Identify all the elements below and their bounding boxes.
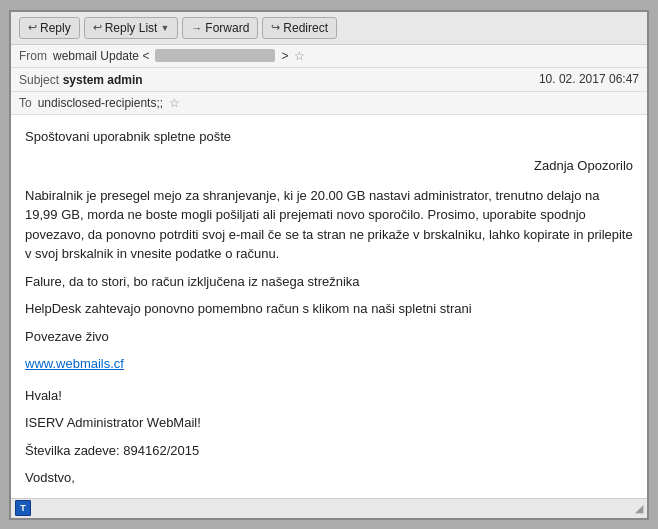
to-label: To <box>19 96 32 110</box>
subject-container: Subject system admin <box>19 72 143 87</box>
reply-icon: ↩ <box>28 21 37 34</box>
from-name: webmail Update < <box>53 49 149 63</box>
greeting: Spoštovani uporabnik spletne pošte <box>25 127 633 147</box>
body-paragraph1: Nabiralnik je presegel mejo za shranjeva… <box>25 186 633 264</box>
sig-line2: ISERV Administrator WebMail! <box>25 413 633 433</box>
from-row: From webmail Update < > ☆ <box>11 45 647 68</box>
toolbar: ↩ Reply ↩ Reply List ▼ → Forward ↪ Redir… <box>11 12 647 45</box>
reply-list-button[interactable]: ↩ Reply List ▼ <box>84 17 179 39</box>
alert-title: Zadnja Opozorilo <box>25 156 633 176</box>
bottom-bar: T ◢ <box>11 498 647 518</box>
to-row: To undisclosed-recipients;; ☆ <box>11 92 647 115</box>
status-icon: T <box>15 500 31 516</box>
to-address: undisclosed-recipients;; <box>38 96 163 110</box>
email-body: Spoštovani uporabnik spletne pošte Zadnj… <box>11 115 647 498</box>
redirect-label: Redirect <box>283 21 328 35</box>
reply-list-label: Reply List <box>105 21 158 35</box>
forward-icon: → <box>191 22 202 34</box>
subject-label: Subject <box>19 73 59 87</box>
reply-button[interactable]: ↩ Reply <box>19 17 80 39</box>
reply-list-dropdown-arrow: ▼ <box>160 23 169 33</box>
forward-button[interactable]: → Forward <box>182 17 258 39</box>
from-address-blurred <box>155 49 275 62</box>
resize-icon: ◢ <box>635 502 643 515</box>
reply-list-icon: ↩ <box>93 21 102 34</box>
sig-line4: Vodstvo, <box>25 468 633 488</box>
star-icon[interactable]: ☆ <box>294 49 305 63</box>
forward-label: Forward <box>205 21 249 35</box>
to-star-icon[interactable]: ☆ <box>169 96 180 110</box>
subject-text: system admin <box>63 73 143 87</box>
email-window: ↩ Reply ↩ Reply List ▼ → Forward ↪ Redir… <box>9 10 649 520</box>
reply-label: Reply <box>40 21 71 35</box>
date-text: 10. 02. 2017 06:47 <box>539 72 639 86</box>
body-link-container: www.webmails.cf <box>25 354 633 374</box>
sig-line1: Hvala! <box>25 386 633 406</box>
redirect-icon: ↪ <box>271 21 280 34</box>
body-line3: HelpDesk zahtevajo ponovno pomembno raču… <box>25 299 633 319</box>
from-bracket: > <box>281 49 288 63</box>
sig-line3: Številka zadeve: 894162/2015 <box>25 441 633 461</box>
redirect-button[interactable]: ↪ Redirect <box>262 17 337 39</box>
subject-row: Subject system admin 10. 02. 2017 06:47 <box>11 68 647 92</box>
webmail-link[interactable]: www.webmails.cf <box>25 356 124 371</box>
body-line4: Povezave živo <box>25 327 633 347</box>
signature: Hvala! ISERV Administrator WebMail! Štev… <box>25 386 633 498</box>
from-label: From <box>19 49 47 63</box>
body-line2: Falure, da to stori, bo račun izključena… <box>25 272 633 292</box>
